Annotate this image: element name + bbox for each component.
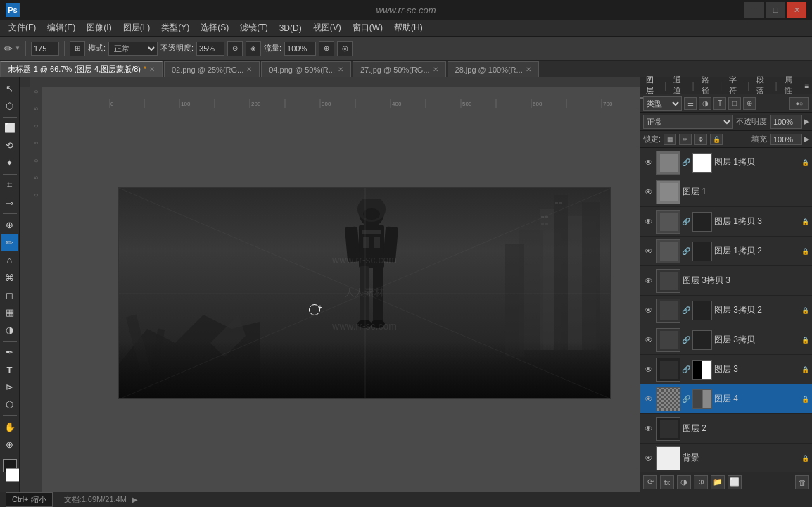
menu-file[interactable]: 文件(F) <box>3 20 42 35</box>
tool-heal[interactable]: ⊕ <box>1 217 18 233</box>
menu-image[interactable]: 图像(I) <box>81 20 117 35</box>
layer-item-3[interactable]: 👁 🔗 图层 3 🔒 <box>640 355 812 384</box>
lock-transparent-btn[interactable]: ▦ <box>664 134 676 145</box>
canvas-display-area[interactable]: www.rr-sc.com 人人素材 www.rr-sc.com <box>96 108 633 477</box>
layer-bg-visibility[interactable]: 👁 <box>643 453 654 464</box>
menu-select[interactable]: 选择(S) <box>195 20 234 35</box>
tool-wand[interactable]: ✦ <box>1 155 18 171</box>
tool-dodge[interactable]: ◑ <box>1 322 18 338</box>
layer-filter-on-btn[interactable]: ●○ <box>789 97 809 110</box>
lock-all-btn[interactable]: 🔒 <box>710 134 723 145</box>
layer-filter-shape[interactable]: □ <box>728 97 741 110</box>
layer-link-btn[interactable]: ⟳ <box>643 475 657 489</box>
layer-filter-pixel[interactable]: ☰ <box>684 97 697 110</box>
layer-item-1[interactable]: 👁 图层 1 <box>640 177 812 207</box>
lock-paint-btn[interactable]: ✏ <box>679 134 692 145</box>
layer-fx-btn[interactable]: fx <box>660 475 674 489</box>
layer-item-1-copy-2[interactable]: 👁 🔗 图层 1拷贝 2 🔒 <box>640 237 812 266</box>
tool-eraser[interactable]: ◻ <box>1 287 18 303</box>
fill-value-input[interactable] <box>770 134 802 145</box>
tool-hand[interactable]: ✋ <box>1 419 18 435</box>
brush-size-input[interactable] <box>31 42 59 56</box>
layer-3-copy-3-visibility[interactable]: 👁 <box>643 275 654 287</box>
tool-history-brush[interactable]: ⌘ <box>1 270 18 286</box>
airbrush-icon[interactable]: ◈ <box>246 41 261 56</box>
opacity-expand[interactable]: ▶ <box>804 117 809 126</box>
layer-item-4[interactable]: 👁 🔗 图层 4 🔒 <box>640 384 812 414</box>
panel-menu-icon[interactable]: ≡ <box>801 81 812 91</box>
canvas-image[interactable]: www.rr-sc.com 人人素材 www.rr-sc.com <box>118 187 611 399</box>
blend-mode-select[interactable]: 正常 溶解 正片叠底 滤色 叠加 <box>643 115 733 129</box>
tool-brush[interactable]: ✏ <box>1 234 18 251</box>
close-button[interactable]: ✕ <box>787 2 806 18</box>
layer-filter-type-btn[interactable]: T <box>713 97 726 110</box>
layer-item-3-copy-2[interactable]: 👁 🔗 图层 3拷贝 2 🔒 <box>640 296 812 325</box>
tab-4[interactable]: 28.jpg @ 100%(R... ✕ <box>448 61 539 77</box>
tool-eyedropper[interactable]: ⊸ <box>1 195 18 211</box>
menu-3d[interactable]: 3D(D) <box>274 22 307 35</box>
tab-0-close[interactable]: ✕ <box>149 65 155 73</box>
menu-window[interactable]: 窗口(W) <box>347 20 388 35</box>
layer-1-copy-3-visibility[interactable]: 👁 <box>643 216 654 227</box>
tool-stamp[interactable]: ⌂ <box>1 252 18 268</box>
tab-3[interactable]: 27.jpg @ 50%(RG... ✕ <box>353 61 446 77</box>
menu-view[interactable]: 视图(V) <box>307 20 347 35</box>
tool-gradient[interactable]: ▦ <box>1 304 18 320</box>
layer-1-copy-2-visibility[interactable]: 👁 <box>643 246 654 257</box>
tab-4-close[interactable]: ✕ <box>526 65 531 73</box>
tool-type[interactable]: T <box>1 362 18 378</box>
tab-2[interactable]: 04.png @ 50%(R... ✕ <box>261 61 351 77</box>
opacity-icon[interactable]: ⊙ <box>227 41 243 56</box>
tool-zoom[interactable]: ⊕ <box>1 437 18 453</box>
layer-filter-smart[interactable]: ⊕ <box>743 97 756 110</box>
layer-new-btn[interactable]: ⬜ <box>728 475 742 489</box>
tool-marquee[interactable]: ⬜ <box>1 120 18 137</box>
menu-help[interactable]: 帮助(H) <box>388 20 429 35</box>
tool-shape[interactable]: ⬡ <box>1 396 18 413</box>
tab-1[interactable]: 02.png @ 25%(RG... ✕ <box>164 61 260 77</box>
lock-position-btn[interactable]: ✥ <box>694 134 707 145</box>
layer-3-copy-visibility[interactable]: 👁 <box>643 334 654 346</box>
menu-type[interactable]: 类型(Y) <box>156 20 195 35</box>
opacity-value-input[interactable] <box>770 115 802 129</box>
layer-4-visibility[interactable]: 👁 <box>643 394 654 405</box>
layer-filter-type[interactable]: 类型 名称 效果 <box>643 96 682 111</box>
status-arrow[interactable]: ▶ <box>132 496 138 503</box>
fill-expand[interactable]: ▶ <box>804 134 809 144</box>
tool-artboard[interactable]: ⬡ <box>1 98 18 114</box>
tab-0[interactable]: 未标题-1 @ 66.7% (图层 4,图层蒙版/8) * ✕ <box>0 61 163 77</box>
layer-item-background[interactable]: 👁 背景 🔒 <box>640 444 812 472</box>
tab-3-close[interactable]: ✕ <box>433 65 438 73</box>
menu-layer[interactable]: 图层(L) <box>118 20 156 35</box>
layer-3-visibility[interactable]: 👁 <box>643 364 654 375</box>
layer-delete-btn[interactable]: 🗑 <box>795 475 809 489</box>
layer-adjustment-btn[interactable]: ⊕ <box>694 475 708 489</box>
tool-crop[interactable]: ⌗ <box>1 177 18 194</box>
layer-item-1-copy[interactable]: 👁 🔗 图层 1拷贝 🔒 <box>640 148 812 177</box>
tool-path-select[interactable]: ⊳ <box>1 380 18 396</box>
tool-expand-icon[interactable]: ▼ <box>15 45 20 51</box>
layer-filter-adjust[interactable]: ◑ <box>699 97 711 110</box>
smooth-icon[interactable]: ◎ <box>337 41 353 56</box>
tool-pen[interactable]: ✒ <box>1 344 18 361</box>
menu-filter[interactable]: 滤镜(T) <box>234 20 273 35</box>
layer-group-btn[interactable]: 📁 <box>711 475 725 489</box>
layer-mask-btn[interactable]: ◑ <box>677 475 691 489</box>
menu-edit[interactable]: 编辑(E) <box>42 20 81 35</box>
layer-3-copy-2-visibility[interactable]: 👁 <box>643 305 654 316</box>
layer-1-visibility[interactable]: 👁 <box>643 187 654 198</box>
flow-icon[interactable]: ⊕ <box>319 41 334 56</box>
tab-2-close[interactable]: ✕ <box>338 65 343 73</box>
brush-preset-icon[interactable]: ⊞ <box>70 41 85 56</box>
layer-item-2[interactable]: 👁 图层 2 <box>640 414 812 444</box>
minimize-button[interactable]: — <box>744 2 764 18</box>
layer-2-visibility[interactable]: 👁 <box>643 423 654 434</box>
opacity-input[interactable] <box>196 42 224 56</box>
canvas-scroll-area[interactable]: 0 5 0 5 0 5 0 <box>30 87 640 492</box>
tab-1-close[interactable]: ✕ <box>246 65 252 73</box>
tool-move[interactable]: ↖ <box>1 80 18 96</box>
tool-background-color[interactable] <box>6 468 20 482</box>
layer-1-copy-visibility[interactable]: 👁 <box>643 157 654 168</box>
mode-select[interactable]: 正常 溶解 正片叠底 <box>108 42 158 56</box>
layer-item-1-copy-3[interactable]: 👁 🔗 图层 1拷贝 3 🔒 <box>640 207 812 237</box>
